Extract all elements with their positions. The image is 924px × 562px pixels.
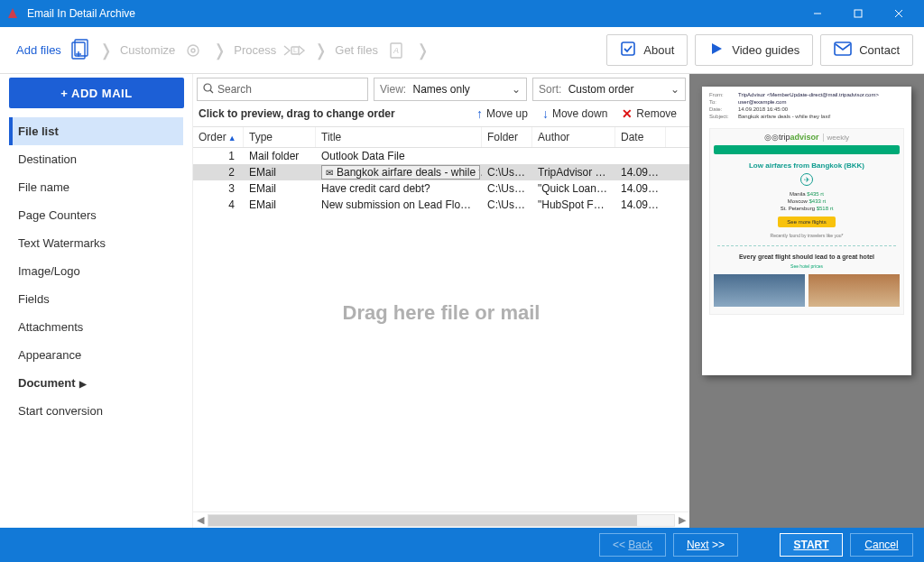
toolbar: Add files ❭ Customize ❭ Process L ❭ Get …	[0, 27, 924, 74]
footer: << Back Next >> START Cancel	[0, 528, 924, 562]
about-button[interactable]: About	[606, 34, 688, 66]
chevron-right-icon: ❭	[414, 41, 431, 60]
table-row[interactable]: 2EMail✉Bangkok airfare deals - while th.…	[193, 164, 689, 180]
mail-icon: ✉	[326, 168, 333, 178]
close-button[interactable]	[878, 0, 919, 27]
preview-price-row: Manila $435 rt	[714, 191, 900, 197]
move-down-button[interactable]: ↓ Move down	[535, 104, 614, 124]
get-files-icon: A	[383, 38, 409, 63]
chevron-down-icon: ⌄	[670, 83, 679, 96]
step-label: Get files	[335, 43, 378, 57]
chevron-right-icon: ❭	[312, 41, 329, 60]
list-hint: Click to preview, drag to change order	[199, 107, 469, 120]
sidebar-item-image-logo[interactable]: Image/Logo	[9, 257, 183, 285]
svg-line-19	[210, 90, 213, 93]
step-label: Customize	[120, 43, 175, 57]
search-icon	[203, 83, 214, 97]
titlebar: Email In Detail Archive	[0, 0, 924, 27]
video-guides-button[interactable]: Video guides	[695, 34, 813, 66]
help-buttons: About Video guides Contact	[606, 34, 913, 66]
play-icon	[708, 41, 725, 60]
preview-headline: Low airfares from Bangkok (BKK)	[714, 161, 900, 170]
next-button[interactable]: Next >>	[673, 533, 738, 557]
preview-page: From:TripAdvisor <MemberUpdate-direct@ma…	[702, 87, 911, 375]
sidebar-item-attachments[interactable]: Attachments	[9, 313, 183, 341]
sidebar-item-fields[interactable]: Fields	[9, 285, 183, 313]
svg-point-18	[204, 84, 211, 91]
arrow-down-icon: ↓	[542, 106, 549, 121]
preview-price-row: St. Petersburg $518 rt	[714, 206, 900, 211]
start-button[interactable]: START	[780, 533, 843, 557]
scrollbar-thumb[interactable]	[208, 515, 637, 526]
preview-image	[714, 274, 805, 307]
help-label: Video guides	[732, 43, 799, 57]
view-select[interactable]: View: Names only ⌄	[374, 78, 527, 101]
sidebar: + ADD MAIL File listDestinationFile name…	[0, 74, 192, 528]
breadcrumb: Add files ❭ Customize ❭ Process L ❭ Get …	[11, 34, 431, 67]
window-title: Email In Detail Archive	[27, 7, 797, 20]
preview-panel: From:TripAdvisor <MemberUpdate-direct@ma…	[689, 74, 924, 528]
remove-button[interactable]: ✕ Remove	[614, 104, 684, 124]
sort-asc-icon: ▲	[228, 134, 236, 143]
chevron-right-icon: ❭	[211, 41, 228, 60]
file-table: Order▲ Type Title Folder Author Date 1Ma…	[193, 127, 689, 511]
svg-rect-2	[855, 10, 862, 17]
x-icon: ✕	[622, 106, 633, 121]
app-icon	[5, 6, 20, 21]
sidebar-item-document[interactable]: Document▶	[9, 369, 183, 397]
svg-text:A: A	[393, 46, 399, 55]
minimize-button[interactable]	[797, 0, 837, 27]
sidebar-item-appearance[interactable]: Appearance	[9, 341, 183, 369]
check-icon	[620, 41, 636, 60]
svg-text:L: L	[293, 47, 297, 53]
cancel-button[interactable]: Cancel	[850, 533, 913, 557]
sidebar-item-destination[interactable]: Destination	[9, 145, 183, 173]
scroll-right-icon[interactable]: ▶	[675, 514, 689, 526]
horizontal-scrollbar[interactable]: ◀ ▶	[193, 511, 689, 528]
chevron-down-icon: ⌄	[512, 83, 521, 96]
table-row[interactable]: 3EMailHave credit card debt?C:\User..."Q…	[193, 180, 689, 197]
step-label: Process	[234, 43, 276, 57]
step-process[interactable]: Process L	[228, 34, 312, 67]
step-get-files[interactable]: Get files A	[329, 34, 414, 67]
maximize-button[interactable]	[837, 0, 878, 27]
preview-price-row: Moscow $433 rt	[714, 198, 900, 204]
sidebar-item-start-conversion[interactable]: Start conversion	[9, 397, 183, 425]
chevron-right-icon: ▶	[79, 379, 87, 389]
svg-marker-16	[712, 43, 722, 54]
contact-button[interactable]: Contact	[820, 34, 913, 66]
table-header[interactable]: Order▲ Type Title Folder Author Date	[193, 127, 689, 148]
move-up-button[interactable]: ↑ Move up	[469, 104, 535, 124]
add-files-icon	[67, 38, 92, 63]
sidebar-item-file-name[interactable]: File name	[9, 173, 183, 201]
back-button[interactable]: << Back	[599, 533, 666, 557]
table-row[interactable]: 1Mail folderOutlook Data File	[193, 148, 689, 164]
step-label: Add files	[16, 43, 61, 57]
sidebar-item-page-counters[interactable]: Page Counters	[9, 201, 183, 229]
step-customize[interactable]: Customize	[115, 34, 211, 67]
add-mail-button[interactable]: + ADD MAIL	[9, 78, 184, 108]
help-label: About	[643, 43, 674, 57]
arrow-up-icon: ↑	[476, 106, 483, 121]
process-icon: L	[282, 38, 307, 63]
sidebar-item-text-watermarks[interactable]: Text Watermarks	[9, 229, 183, 257]
svg-point-10	[191, 49, 195, 52]
preview-cta-button: See more flights	[778, 217, 835, 227]
search-input[interactable]: Search	[197, 78, 368, 101]
preview-image	[808, 274, 900, 307]
sidebar-item-file-list[interactable]: File list	[9, 117, 183, 145]
sort-select[interactable]: Sort: Custom order ⌄	[532, 78, 686, 101]
step-add-files[interactable]: Add files	[11, 34, 97, 67]
table-row[interactable]: 4EMailNew submission on Lead Flow "My...…	[193, 197, 689, 213]
plane-icon: ✈	[800, 173, 813, 186]
mail-icon	[834, 41, 852, 59]
svg-point-9	[188, 45, 199, 56]
svg-rect-15	[622, 42, 634, 55]
tripadvisor-owl-icon: ◎◎	[764, 133, 779, 142]
gear-icon	[180, 38, 206, 63]
svg-marker-0	[8, 8, 17, 18]
scroll-left-icon[interactable]: ◀	[193, 514, 208, 526]
help-label: Contact	[859, 43, 900, 57]
chevron-right-icon: ❭	[97, 41, 115, 60]
drop-hint: Drag here file or mail	[343, 301, 541, 325]
